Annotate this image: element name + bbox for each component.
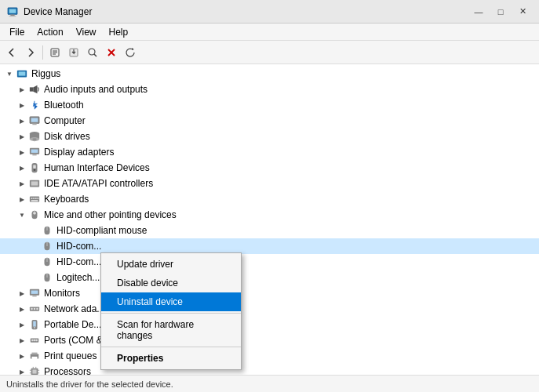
tree-item-logitech[interactable]: ▶ Logitech...	[0, 270, 539, 285]
window-controls: — □ ✕	[468, 4, 533, 20]
ctx-properties[interactable]: Properties	[101, 349, 241, 368]
bt-expand-icon[interactable]: ▶	[16, 99, 28, 111]
hid-sel-label: HID-com...	[56, 241, 101, 252]
tree-item-print[interactable]: ▶ Print queues	[0, 348, 539, 364]
net-expand-icon[interactable]: ▶	[16, 303, 28, 315]
svg-rect-37	[31, 200, 38, 201]
toolbar	[0, 41, 539, 64]
tree-item-hid[interactable]: ▶ Human Interface Devices	[0, 160, 539, 176]
toolbar-refresh-button[interactable]	[122, 44, 139, 61]
print-label: Print queues	[44, 350, 97, 361]
toolbar-properties-button[interactable]	[46, 44, 64, 61]
svg-point-61	[34, 339, 36, 342]
toolbar-forward-button[interactable]	[22, 44, 39, 61]
tree-view[interactable]: ▼ Riggus ▶ Audio inputs and outputs ▶	[0, 64, 539, 375]
audio-label: Audio inputs and outputs	[44, 84, 147, 95]
svg-rect-51	[32, 296, 36, 297]
tree-item-hid-2[interactable]: ▶ HID-com...	[0, 254, 539, 270]
status-bar: Uninstalls the driver for the selected d…	[0, 375, 539, 392]
ctx-update-driver[interactable]: Update driver	[101, 255, 241, 274]
hid2-icon	[41, 256, 53, 268]
svg-rect-35	[35, 198, 37, 199]
mon-expand-icon[interactable]: ▶	[16, 287, 28, 299]
hid-icon	[28, 162, 41, 174]
title-bar: Device Manager — □ ✕	[0, 0, 539, 24]
disk-icon	[28, 130, 41, 143]
ide-expand-icon[interactable]: ▶	[16, 177, 28, 190]
root-expand-icon[interactable]: ▼	[3, 67, 16, 80]
hid-mouse-1-icon	[41, 224, 53, 237]
svg-rect-28	[33, 165, 36, 169]
bluetooth-icon	[28, 99, 41, 111]
svg-rect-57	[33, 321, 36, 327]
close-button[interactable]: ✕	[512, 4, 533, 20]
disp-expand-icon[interactable]: ▶	[16, 146, 28, 158]
tree-item-disk[interactable]: ▶ Disk drives	[0, 129, 539, 144]
svg-rect-67	[32, 369, 36, 373]
network-label: Network ada...	[44, 303, 104, 314]
kb-expand-icon[interactable]: ▶	[16, 193, 28, 205]
svg-line-10	[94, 54, 97, 56]
proc-expand-icon[interactable]: ▶	[16, 365, 28, 375]
svg-rect-25	[31, 150, 38, 153]
disk-expand-icon[interactable]: ▶	[16, 130, 28, 143]
tree-item-audio[interactable]: ▶ Audio inputs and outputs	[0, 82, 539, 97]
tree-item-monitors[interactable]: ▶ Monitors	[0, 285, 539, 301]
toolbar-uninstall-button[interactable]	[103, 44, 120, 61]
ports-expand-icon[interactable]: ▶	[16, 334, 28, 347]
mice-label: Mice and other pointing devices	[44, 209, 177, 220]
tree-item-keyboards[interactable]: ▶ Keyboards	[0, 191, 539, 207]
menu-action[interactable]: Action	[31, 25, 69, 39]
tree-item-ports[interactable]: ▶ Ports (COM &...	[0, 332, 539, 348]
svg-marker-16	[33, 85, 37, 94]
audio-expand-icon[interactable]: ▶	[16, 83, 28, 96]
svg-point-62	[35, 339, 38, 342]
port-expand-icon[interactable]: ▶	[16, 318, 28, 331]
tree-item-hid-selected[interactable]: ▶ HID-com...	[0, 238, 539, 254]
computer-icon	[28, 114, 41, 127]
svg-point-54	[34, 308, 36, 310]
tree-item-bluetooth[interactable]: ▶ Bluetooth	[0, 97, 539, 113]
svg-point-29	[34, 169, 36, 171]
hid2-label: HID-com...	[56, 256, 101, 267]
tree-item-ide[interactable]: ▶ IDE ATA/ATAPI controllers	[0, 176, 539, 191]
ports-icon	[28, 334, 41, 347]
tree-item-hid-mouse-1[interactable]: ▶ HID-compliant mouse	[0, 223, 539, 238]
logitech-icon	[41, 271, 53, 284]
tree-root[interactable]: ▼ Riggus	[0, 66, 539, 82]
svg-rect-40	[33, 212, 36, 215]
ide-label: IDE ATA/ATAPI controllers	[44, 178, 153, 189]
tree-item-processors[interactable]: ▶ Processors	[0, 364, 539, 375]
toolbar-back-button[interactable]	[3, 44, 20, 61]
mice-expand-icon[interactable]: ▼	[16, 209, 28, 221]
svg-rect-33	[31, 198, 33, 199]
ctx-disable-device[interactable]: Disable device	[101, 274, 241, 292]
svg-point-53	[31, 308, 33, 310]
keyboards-label: Keyboards	[44, 194, 89, 205]
toolbar-update-driver-button[interactable]	[65, 44, 82, 61]
menu-help[interactable]: Help	[103, 25, 135, 39]
comp-expand-icon[interactable]: ▶	[16, 114, 28, 127]
ctx-uninstall-device[interactable]: Uninstall device	[101, 292, 241, 311]
svg-rect-50	[31, 291, 38, 294]
tree-item-network[interactable]: ▶ Network ada...	[0, 301, 539, 317]
menu-view[interactable]: View	[70, 25, 103, 39]
context-menu: Update driver Disable device Uninstall d…	[100, 252, 242, 370]
minimize-button[interactable]: —	[468, 4, 489, 20]
main-content: ▼ Riggus ▶ Audio inputs and outputs ▶	[0, 64, 539, 375]
hid-expand-icon[interactable]: ▶	[16, 162, 28, 174]
svg-rect-26	[32, 154, 36, 156]
print-expand-icon[interactable]: ▶	[16, 350, 28, 362]
tree-item-display[interactable]: ▶ Display adapters	[0, 144, 539, 160]
svg-rect-64	[32, 353, 38, 355]
toolbar-scan-button[interactable]	[84, 44, 101, 61]
tree-item-computer[interactable]: ▶ Computer	[0, 113, 539, 129]
menu-file[interactable]: File	[3, 25, 31, 39]
maximize-button[interactable]: □	[490, 4, 511, 20]
ctx-scan-hardware[interactable]: Scan for hardware changes	[101, 315, 241, 345]
svg-rect-3	[9, 16, 16, 16]
tree-item-portable[interactable]: ▶ Portable De...	[0, 317, 539, 332]
display-icon	[28, 146, 41, 158]
portable-label: Portable De...	[44, 319, 101, 330]
tree-item-mice[interactable]: ▼ Mice and other pointing devices	[0, 207, 539, 223]
